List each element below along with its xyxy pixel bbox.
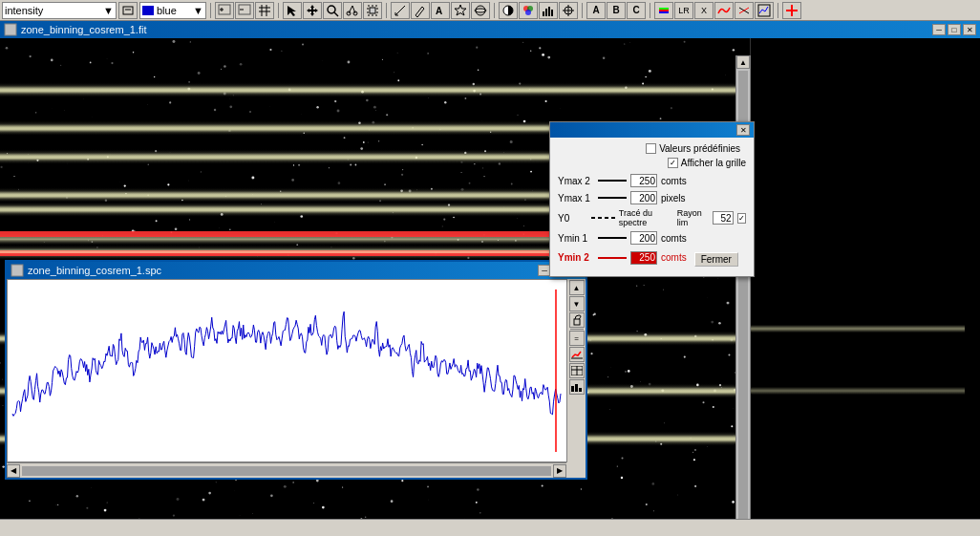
- spc-window-title: zone_binning_cosrem_1.spc: [28, 265, 161, 276]
- spc-chart-area: [8, 280, 565, 461]
- ymax2-label: Ymax 2: [558, 176, 594, 186]
- y0-label: Y0: [558, 213, 587, 224]
- spc-tool-zoom-out[interactable]: ▼: [569, 296, 585, 311]
- fit-scroll-up[interactable]: ▲: [736, 55, 750, 69]
- svg-rect-48: [574, 319, 580, 325]
- tool-btn-zoom-out[interactable]: [235, 2, 254, 19]
- tool-btn-spectrum[interactable]: [654, 2, 673, 19]
- valeurs-predefinies-checkbox[interactable]: [646, 143, 656, 154]
- spc-tool-lock[interactable]: [569, 312, 585, 328]
- ymin2-unit: comts: [661, 252, 687, 263]
- spc-tool-equal[interactable]: =: [569, 331, 585, 346]
- tool-btn-wcs[interactable]: [559, 2, 578, 19]
- fermer-button[interactable]: Fermer: [694, 252, 738, 267]
- spc-tool-chart[interactable]: [569, 347, 585, 362]
- ymin1-input[interactable]: [630, 231, 657, 245]
- spc-bottom-scrollbar: ◀ ▶: [7, 462, 566, 478]
- fit-maximize-btn[interactable]: □: [948, 24, 961, 35]
- tool-btn-move[interactable]: [303, 2, 322, 19]
- svg-rect-54: [575, 384, 578, 392]
- spc-tool-histogram[interactable]: [569, 379, 585, 395]
- spc-scroll-track[interactable]: [22, 466, 551, 476]
- y0-rayon-input[interactable]: [713, 211, 734, 225]
- legend-close-x-btn[interactable]: ✕: [736, 124, 750, 136]
- ymin1-unit: comts: [661, 233, 687, 244]
- svg-rect-18: [370, 8, 375, 13]
- tool-btn-b[interactable]: B: [607, 2, 626, 19]
- sep1: [210, 3, 211, 18]
- fit-window-title: zone_binning_cosrem_1.fit: [21, 24, 146, 35]
- tool-btn-rlr[interactable]: [735, 2, 754, 19]
- tool-btn-grid[interactable]: [255, 2, 274, 19]
- ymax1-line-indicator: [598, 197, 627, 199]
- ymin1-line-indicator: [598, 237, 627, 239]
- tool-btn-text[interactable]: A: [431, 2, 450, 19]
- tool-btn-zoom[interactable]: [323, 2, 342, 19]
- tool-btn-planet[interactable]: [471, 2, 490, 19]
- ymax1-unit: pixels: [661, 193, 686, 204]
- tool-btn-a[interactable]: A: [586, 2, 606, 19]
- ymax1-input[interactable]: [630, 191, 657, 204]
- svg-rect-53: [571, 386, 574, 392]
- fit-window-titlebar: zone_binning_cosrem_1.fit ─ □ ✕: [0, 21, 980, 38]
- tool-group-1: [215, 2, 274, 19]
- svg-point-30: [525, 10, 531, 15]
- spc-window: zone_binning_cosrem_1.spc ─ □ ✕ ▲ ▼ =: [5, 260, 587, 480]
- svg-text:A: A: [436, 6, 442, 16]
- tool-btn-x1[interactable]: X: [694, 2, 714, 19]
- svg-rect-33: [548, 7, 550, 16]
- tool-btn-final[interactable]: [782, 2, 801, 19]
- svg-rect-47: [11, 265, 23, 276]
- spc-titlebar: zone_binning_cosrem_1.spc ─ □ ✕: [7, 262, 586, 279]
- tool-btn-contrast[interactable]: [499, 2, 518, 19]
- tool-btn-c[interactable]: C: [627, 2, 646, 19]
- tool-group-3: A: [391, 2, 490, 19]
- tool-btn-histogram[interactable]: [539, 2, 558, 19]
- svg-rect-0: [123, 7, 133, 14]
- tool-btn-lr[interactable]: LR: [674, 2, 693, 19]
- tool-btn-color[interactable]: [519, 2, 538, 19]
- toolbar-icon-btn1[interactable]: [118, 2, 138, 19]
- valeurs-predefinies-row: Valeurs prédéfinies: [646, 143, 740, 154]
- y0-row: Y0 Tracé du spectre Rayon lim ✓: [558, 208, 746, 227]
- fit-titlebar-title: zone_binning_cosrem_1.fit: [4, 23, 146, 36]
- spc-tool-table[interactable]: [569, 363, 585, 378]
- tool-btn-measure[interactable]: [391, 2, 410, 19]
- y0-rayon-checkbox[interactable]: ✓: [737, 213, 746, 224]
- fit-minimize-btn[interactable]: ─: [932, 24, 946, 35]
- spc-scroll-right[interactable]: ▶: [553, 464, 566, 478]
- sep3: [386, 3, 387, 18]
- svg-marker-24: [455, 5, 466, 15]
- tool-btn-spectrum2[interactable]: [714, 2, 734, 19]
- legend-top-options: Valeurs prédéfinies: [558, 143, 746, 154]
- tool-group-6: LR X: [654, 2, 774, 19]
- svg-line-12: [334, 12, 338, 16]
- tool-group-4: [499, 2, 578, 19]
- right-dark-panel: [750, 38, 965, 536]
- y0-line-indicator: [591, 217, 615, 219]
- ymax2-unit: comts: [661, 176, 687, 186]
- svg-rect-46: [5, 24, 16, 35]
- tool-btn-cut[interactable]: [343, 2, 362, 19]
- ymax2-input[interactable]: [630, 174, 657, 187]
- spc-window-icon: [11, 264, 24, 277]
- tool-btn-select[interactable]: [283, 2, 302, 19]
- intensity-dropdown[interactable]: intensity ▼: [2, 2, 117, 19]
- ymax2-row: Ymax 2 comts: [558, 174, 746, 187]
- ymin2-input[interactable]: [630, 251, 657, 265]
- spc-tool-zoom-in[interactable]: ▲: [569, 280, 585, 295]
- sep2: [278, 3, 279, 18]
- afficher-grille-checkbox[interactable]: ✓: [668, 158, 678, 168]
- fit-close-btn[interactable]: ✕: [963, 24, 976, 35]
- tool-btn-pencil[interactable]: [411, 2, 430, 19]
- tool-btn-chart[interactable]: [755, 2, 774, 19]
- tool-btn-crop[interactable]: [363, 2, 382, 19]
- color-dropdown[interactable]: blue ▼: [139, 2, 206, 19]
- svg-point-26: [475, 9, 486, 12]
- spc-scroll-left[interactable]: ◀: [7, 464, 20, 478]
- valeurs-predefinies-label: Valeurs prédéfinies: [659, 143, 740, 154]
- svg-line-22: [422, 7, 424, 9]
- legend-dialog: ✕ Valeurs prédéfinies ✓ Afficher la gril…: [549, 121, 755, 277]
- tool-btn-star[interactable]: [451, 2, 470, 19]
- tool-btn-zoom-in[interactable]: [215, 2, 234, 19]
